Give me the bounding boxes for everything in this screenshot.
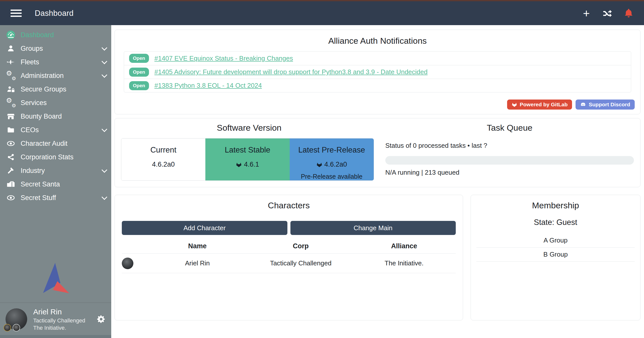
version-card-title: Current — [121, 146, 205, 155]
chevron-down-icon — [102, 45, 107, 51]
discord-icon — [580, 102, 586, 107]
chevron-down-icon — [102, 167, 107, 173]
sidebar-item-groups[interactable]: Groups — [0, 42, 111, 55]
version-card-current: Current 4.6.2a0 — [121, 138, 205, 180]
sidebar-item-label: Dashboard — [21, 31, 54, 39]
user-alliance: The Initiative. — [33, 324, 85, 331]
gitlab-icon — [316, 162, 322, 168]
shuffle-icon[interactable] — [603, 9, 612, 18]
eye-icon — [5, 194, 17, 202]
sidebar: Dashboard Groups Fleets ⚙⚙ — [0, 25, 111, 338]
alliance-logo-badge — [13, 324, 20, 331]
membership-panel: Membership State: Guest A Group B Group — [471, 195, 640, 320]
store-icon — [5, 113, 17, 120]
version-card-title: Latest Stable — [205, 146, 289, 155]
sidebar-item-secure-groups[interactable]: Secure Groups — [0, 82, 111, 96]
user-lock-icon — [5, 85, 17, 93]
version-number: 4.6.2a0 — [324, 161, 347, 168]
column-header-corp: Corp — [249, 242, 353, 250]
sidebar-item-label: Secret Santa — [21, 180, 60, 188]
chevron-down-icon — [102, 194, 107, 200]
group-list-item: A Group — [476, 233, 635, 248]
sidebar-item-services[interactable]: ⚙⚙ Services — [0, 96, 111, 110]
sidebar-item-administration[interactable]: ⚙⚙ Administration — [0, 69, 111, 82]
version-number: 4.6.1 — [244, 161, 259, 168]
version-number: 4.6.2a0 — [152, 161, 175, 168]
eye-icon — [5, 140, 17, 147]
sidebar-item-industry[interactable]: Industry — [0, 164, 111, 177]
notifications-panel: Alliance Auth Notifications Open #1407 E… — [115, 30, 640, 114]
change-main-button[interactable]: Change Main — [290, 221, 456, 235]
notifications-title: Alliance Auth Notifications — [115, 36, 640, 46]
folder-icon — [5, 126, 17, 134]
characters-panel: Characters Add Character Change Main Nam… — [115, 195, 463, 320]
task-queue-section: Task Queue Status of 0 processed tasks •… — [377, 118, 640, 187]
sidebar-item-secret-stuff[interactable]: Secret Stuff — [0, 191, 111, 205]
sidebar-item-label: Corporation Stats — [21, 153, 73, 161]
table-header-row: Name Corp Alliance — [122, 239, 456, 254]
user-icon — [5, 45, 17, 52]
add-icon[interactable]: + — [582, 9, 591, 18]
user-settings-gear-icon[interactable] — [97, 315, 106, 324]
sidebar-item-character-audit[interactable]: Character Audit — [0, 137, 111, 150]
sidebar-item-label: Character Audit — [21, 140, 67, 148]
page-title: Dashboard — [35, 9, 73, 18]
sidebar-item-label: Administration — [21, 72, 64, 80]
avatar — [6, 308, 27, 330]
alliance-auth-logo — [0, 262, 111, 303]
membership-groups-list: A Group B Group — [476, 233, 635, 262]
sidebar-item-label: Fleets — [21, 58, 39, 66]
sidebar-item-dashboard[interactable]: Dashboard — [0, 28, 111, 42]
gitlab-icon — [512, 102, 517, 107]
sidebar-item-label: Groups — [21, 45, 43, 53]
sidebar-item-corporation-stats[interactable]: Corporation Stats — [0, 150, 111, 164]
task-queue-progressbar — [385, 156, 634, 165]
notification-link[interactable]: #1383 Python 3.8 EOL - 14 Oct 2024 — [155, 82, 262, 89]
add-character-button[interactable]: Add Character — [122, 221, 287, 235]
corp-logo-badge — [4, 324, 11, 331]
notification-link[interactable]: #1407 EVE Equinox Status - Breaking Chan… — [155, 55, 293, 62]
version-card-prerelease: Latest Pre-Release 4.6.2a0 Pre-Release a… — [290, 138, 374, 180]
sidebar-item-label: Secret Stuff — [21, 194, 56, 202]
gears-icon: ⚙⚙ — [5, 99, 17, 107]
sidebar-item-secret-santa[interactable]: Secret Santa — [0, 177, 111, 191]
top-navbar: Dashboard + — [0, 1, 644, 25]
task-queue-status: Status of 0 processed tasks • last ? — [385, 142, 634, 150]
sidebar-item-bounty-board[interactable]: Bounty Board — [0, 110, 111, 123]
task-queue-title: Task Queue — [385, 123, 634, 133]
gitlab-icon — [236, 162, 242, 168]
hammer-icon — [5, 167, 17, 174]
user-panel[interactable]: Ariel Rin Tactically Challenged The Init… — [0, 303, 111, 335]
user-name: Ariel Rin — [33, 307, 85, 317]
chevron-down-icon — [102, 72, 107, 78]
sidebar-bottom-strip — [0, 335, 111, 338]
bell-icon[interactable] — [624, 9, 633, 18]
notification-link[interactable]: #1405 Advisory: Future development will … — [155, 68, 428, 76]
membership-title: Membership — [471, 201, 640, 210]
chevron-down-icon — [102, 59, 107, 64]
main-content: Alliance Auth Notifications Open #1407 E… — [111, 25, 644, 338]
hamburger-menu-icon[interactable] — [11, 10, 22, 17]
sidebar-item-ceos[interactable]: CEOs — [0, 123, 111, 137]
column-header-alliance: Alliance — [352, 242, 456, 250]
character-name: Ariel Rin — [146, 259, 249, 267]
character-portrait — [122, 258, 133, 269]
table-row: Ariel Rin Tactically Challenged The Init… — [122, 254, 456, 273]
version-card-stable: Latest Stable 4.6.1 — [205, 138, 289, 180]
software-task-panel: Software Version Current 4.6.2a0 Latest … — [115, 118, 640, 187]
badge-label: Support Discord — [589, 102, 630, 108]
prerelease-note: Pre-Release available — [290, 173, 374, 180]
sidebar-item-fleets[interactable]: Fleets — [0, 55, 111, 69]
share-icon — [5, 154, 17, 161]
powered-by-gitlab-badge[interactable]: Powered by GitLab — [507, 100, 572, 110]
notification-item: Open #1405 Advisory: Future development … — [124, 65, 631, 79]
user-corp: Tactically Challenged — [33, 317, 85, 324]
status-badge: Open — [129, 81, 149, 90]
gifts-icon — [5, 180, 17, 188]
character-corp: Tactically Challenged — [249, 259, 353, 267]
notification-item: Open #1383 Python 3.8 EOL - 14 Oct 2024 — [124, 79, 631, 92]
status-badge: Open — [129, 54, 149, 63]
badge-label: Powered by GitLab — [520, 102, 567, 108]
gauge-icon — [5, 30, 17, 39]
support-discord-badge[interactable]: Support Discord — [576, 100, 635, 110]
